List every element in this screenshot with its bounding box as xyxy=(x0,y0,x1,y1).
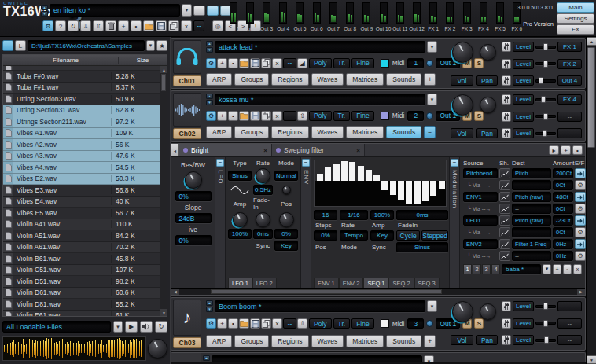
tab-lfo-1[interactable]: LFO 1 xyxy=(228,278,252,288)
slider-thumb[interactable] xyxy=(539,77,543,84)
lfo-sync-dropdown[interactable]: Key xyxy=(274,241,298,251)
save-button[interactable] xyxy=(250,58,260,68)
tab-seq-3[interactable]: SEQ 3 xyxy=(414,278,440,288)
seq-step-bar[interactable] xyxy=(406,181,412,204)
program-name-field[interactable]: attack lead * xyxy=(215,41,425,53)
level-button[interactable]: Level xyxy=(513,112,534,122)
folder-button[interactable] xyxy=(239,58,249,68)
lfo-rate-value[interactable]: 0.5Hz xyxy=(253,185,273,195)
performance-name-field[interactable]: en liten ko * xyxy=(50,4,180,17)
poly-button[interactable]: Poly xyxy=(309,58,332,68)
send-dest-field[interactable]: FX 4 xyxy=(557,94,582,105)
level-button[interactable]: Level xyxy=(513,301,534,311)
file-row[interactable]: Violin A61.wav70.2 K xyxy=(3,242,160,254)
copy-button[interactable] xyxy=(261,58,271,68)
mod-shape-button[interactable] xyxy=(499,251,510,261)
channel-button-ch03[interactable]: Ch03 xyxy=(173,337,201,348)
add-sound-button[interactable]: + xyxy=(561,145,571,155)
file-row[interactable]: Violin A51.wav84.2 K xyxy=(3,230,160,242)
dashes-display[interactable]: -- xyxy=(193,20,204,31)
collapse-lfo-button[interactable]: − xyxy=(216,159,224,167)
mod-amount-field[interactable]: -23Ct xyxy=(553,215,573,226)
delete-button[interactable]: x xyxy=(272,58,282,68)
seq-step-bar[interactable] xyxy=(439,181,445,189)
slope-value[interactable]: 24dB xyxy=(175,213,212,223)
level-button[interactable]: Level xyxy=(513,335,534,345)
sync-button[interactable]: ↻ xyxy=(68,20,79,31)
panel-toggle-1[interactable] xyxy=(193,6,205,16)
program-spinner[interactable]: ▲▼ xyxy=(206,94,213,105)
file-row[interactable]: Vibes E3.wav56.8 K xyxy=(3,185,160,197)
level-button[interactable]: Level xyxy=(513,318,534,329)
slider-thumb[interactable] xyxy=(543,320,548,327)
tab-lfo-2[interactable]: LFO 2 xyxy=(252,278,277,288)
mod-amount-field[interactable]: 0Hz xyxy=(553,239,573,249)
delete-button[interactable]: x xyxy=(272,111,282,121)
file-row[interactable]: Vibes E4.wav40 K xyxy=(3,197,160,208)
browser-favorite-button[interactable]: ★ xyxy=(156,40,167,51)
mod-dest-field[interactable]: Pitch (raw) xyxy=(512,192,551,202)
fader-icon[interactable] xyxy=(502,318,511,329)
level-button[interactable]: Level xyxy=(513,75,534,86)
settings-button[interactable]: ⚙ xyxy=(206,111,216,121)
program-dropdown-arrow[interactable]: ▼ xyxy=(427,41,437,53)
send-level-slider[interactable] xyxy=(535,42,556,52)
lfo-mode-dropdown[interactable]: Normal xyxy=(274,171,298,181)
mod-dest-field[interactable]: Pitch xyxy=(512,168,551,178)
mod-source-field[interactable]: LFO1 xyxy=(463,215,498,226)
add-button[interactable]: + xyxy=(217,111,227,121)
import-button[interactable]: ⇩ xyxy=(80,20,91,31)
send-dest-field[interactable]: FX 1 xyxy=(557,42,582,52)
send-level-slider[interactable] xyxy=(535,112,556,122)
midi-channel-field[interactable]: 2 xyxy=(407,111,424,121)
close-tab-icon[interactable]: × xyxy=(356,147,360,154)
mod-shape-button[interactable] xyxy=(499,239,510,249)
remove-tab-button[interactable]: − xyxy=(424,126,436,138)
res-bw-knob[interactable] xyxy=(185,171,202,189)
tab-arp[interactable]: ARP xyxy=(206,73,232,86)
file-row[interactable]: Vibes A2.wav56 K xyxy=(3,139,160,151)
tab-waves[interactable]: Waves xyxy=(311,126,344,138)
mod-shape-button[interactable] xyxy=(499,168,510,178)
program-dropdown-arrow[interactable]: ▼ xyxy=(427,94,437,105)
panel-toggle-2[interactable] xyxy=(207,6,219,16)
seq-step-bar[interactable] xyxy=(358,166,364,181)
seq-step-bar[interactable] xyxy=(373,175,380,181)
mod-gear-button[interactable]: ⚙ xyxy=(575,204,586,214)
send-dest-field[interactable]: -- xyxy=(557,112,582,122)
folder-button[interactable] xyxy=(143,20,154,31)
mod-preset-save-button[interactable]: ▫ xyxy=(563,264,572,274)
volume-knob[interactable] xyxy=(452,94,473,116)
add-button[interactable]: + xyxy=(217,58,227,68)
fader-icon[interactable] xyxy=(502,75,511,86)
fader-icon[interactable] xyxy=(502,112,511,122)
preview-speaker-button[interactable] xyxy=(140,321,153,333)
seq-cycle-button[interactable]: Cycle xyxy=(396,230,420,241)
delete-button[interactable]: x xyxy=(181,20,192,31)
mod-dest-field[interactable]: -- xyxy=(512,180,551,190)
performance-dropdown-arrow[interactable]: ▼ xyxy=(182,4,192,17)
browser-lock-button[interactable]: L xyxy=(15,40,26,51)
file-row[interactable]: Utrings Section211.wav97.2 K xyxy=(3,116,160,128)
scroll-up-arrow-icon[interactable]: ▲ xyxy=(587,37,596,46)
browser-collapse-button[interactable]: − xyxy=(2,40,13,51)
vscroll-thumb[interactable] xyxy=(587,47,595,148)
send-level-slider[interactable] xyxy=(535,335,556,345)
transpose-button[interactable]: Tr. xyxy=(333,318,351,329)
seq-step-bar[interactable] xyxy=(398,181,404,200)
folder-button[interactable] xyxy=(239,318,249,329)
mod-source-field[interactable]: ENV2 xyxy=(463,239,498,249)
seq-step-bar[interactable] xyxy=(381,181,388,189)
tab-arp[interactable]: ARP xyxy=(206,335,232,347)
send-level-slider[interactable] xyxy=(535,59,556,69)
lfo-amp-knob[interactable] xyxy=(233,212,248,227)
mod-envelope-button[interactable] xyxy=(575,192,586,202)
add-button[interactable]: + xyxy=(118,20,129,31)
lfo-fadein-knob[interactable] xyxy=(256,212,270,227)
mod-envelope-button[interactable] xyxy=(575,215,586,226)
mod-gear-button[interactable]: ⚙ xyxy=(575,251,586,261)
tab-regions[interactable]: Regions xyxy=(271,126,308,138)
seq-step-bar[interactable] xyxy=(422,181,429,201)
send-dest-field[interactable]: Out 4 xyxy=(557,75,582,86)
channel-color-swatch[interactable] xyxy=(381,112,389,120)
